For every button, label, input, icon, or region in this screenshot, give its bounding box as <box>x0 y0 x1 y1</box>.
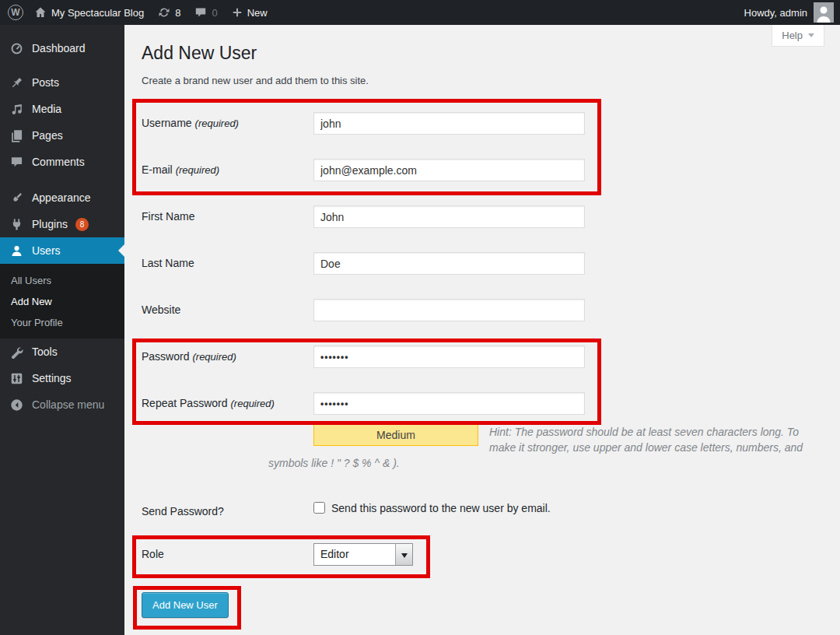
repeat-password-row: Repeat Password(required) <box>142 392 840 415</box>
wrench-icon <box>9 346 24 359</box>
last-name-input[interactable] <box>313 252 585 275</box>
email-row: E-mail(required) <box>142 159 840 181</box>
sidebar-item-label: Pages <box>32 129 63 142</box>
chevron-down-icon <box>808 33 814 40</box>
home-icon <box>34 6 47 19</box>
sidebar-item-plugins[interactable]: Plugins 8 <box>0 211 124 237</box>
sidebar-item-pages[interactable]: Pages <box>0 122 124 149</box>
help-tab[interactable]: Help <box>772 25 824 47</box>
sidebar-item-settings[interactable]: Settings <box>0 365 124 391</box>
select-dropdown-button[interactable] <box>395 544 412 565</box>
howdy-account-link[interactable]: Howdy, admin <box>744 7 807 19</box>
last-name-label: Last Name <box>142 252 313 275</box>
sidebar-item-label: Posts <box>32 76 59 89</box>
website-label: Website <box>142 299 313 321</box>
site-name: My Spectacular Blog <box>51 7 144 19</box>
pages-icon <box>9 129 24 142</box>
settings-sliders-icon <box>9 372 24 385</box>
sidebar-item-label: Comments <box>32 156 85 168</box>
repeat-password-input[interactable] <box>313 392 585 415</box>
user-icon <box>9 244 24 258</box>
website-row: Website <box>142 299 840 321</box>
dropdown-arrow-icon <box>401 553 408 561</box>
pushpin-icon <box>9 76 24 89</box>
avatar[interactable] <box>814 2 834 23</box>
update-count: 8 <box>175 7 180 19</box>
sidebar-item-posts[interactable]: Posts <box>0 69 124 96</box>
submenu-item-all-users[interactable]: All Users <box>0 270 124 291</box>
admin-sidebar: Dashboard Posts Media Pages Comments App… <box>0 25 124 635</box>
sidebar-item-label: Appearance <box>32 191 91 204</box>
main-content: Help Add New User Create a brand new use… <box>124 25 840 635</box>
repeat-password-label: Repeat Password(required) <box>142 392 313 415</box>
add-new-user-button[interactable]: Add New User <box>142 592 229 618</box>
sidebar-item-tools[interactable]: Tools <box>0 339 124 365</box>
help-label: Help <box>782 30 803 41</box>
password-strength-section: Medium Hint: The password should be at l… <box>268 424 803 477</box>
plugins-update-badge: 8 <box>75 218 89 231</box>
last-name-row: Last Name <box>142 252 840 275</box>
first-name-row: First Name <box>142 205 840 228</box>
wordpress-logo-icon <box>8 5 23 20</box>
collapse-menu-label: Collapse menu <box>32 398 104 411</box>
updates-link[interactable]: 8 <box>158 0 180 25</box>
sidebar-item-label: Users <box>32 244 61 257</box>
username-label: Username(required) <box>142 112 313 135</box>
admin-bar: My Spectacular Blog 8 0 New Howdy, admin <box>0 0 840 25</box>
submit-row: Add New User <box>142 592 840 618</box>
first-name-input[interactable] <box>313 205 585 228</box>
users-submenu: All Users Add New Your Profile <box>0 264 124 339</box>
username-input[interactable] <box>313 112 585 135</box>
role-row: Role Editor <box>142 543 840 566</box>
comment-bubble-icon <box>194 6 207 19</box>
dashboard-icon <box>9 42 24 55</box>
new-label: New <box>247 7 268 19</box>
sidebar-item-users[interactable]: Users <box>0 237 124 264</box>
sidebar-item-comments[interactable]: Comments <box>0 149 124 175</box>
password-label: Password(required) <box>142 346 313 368</box>
password-strength-meter: Medium <box>313 424 478 446</box>
sidebar-item-label: Settings <box>32 372 72 384</box>
send-password-label: Send Password? <box>142 500 313 523</box>
role-selected-value: Editor <box>314 544 395 565</box>
send-password-checkbox[interactable] <box>313 502 325 514</box>
send-password-option: Send this password to the new user by em… <box>313 500 551 516</box>
sidebar-item-dashboard[interactable]: Dashboard <box>0 35 124 61</box>
paintbrush-icon <box>9 191 24 205</box>
update-icon <box>158 6 170 19</box>
role-label: Role <box>142 543 313 566</box>
new-content-button[interactable]: New <box>232 0 268 25</box>
role-select[interactable]: Editor <box>313 543 413 566</box>
website-input[interactable] <box>313 299 585 321</box>
submenu-item-your-profile[interactable]: Your Profile <box>0 312 124 333</box>
add-new-user-form: Username(required) E-mail(required) Firs… <box>142 112 840 618</box>
plus-icon <box>232 7 243 18</box>
page-intro: Create a brand new user and add them to … <box>142 75 840 86</box>
sidebar-item-media[interactable]: Media <box>0 96 124 122</box>
send-password-checkbox-label: Send this password to the new user by em… <box>331 500 551 516</box>
password-input[interactable] <box>313 346 585 368</box>
media-icon <box>9 103 24 116</box>
sidebar-item-label: Tools <box>32 346 58 358</box>
comments-icon <box>9 156 24 169</box>
email-label: E-mail(required) <box>142 159 313 181</box>
collapse-menu-button[interactable]: Collapse menu <box>0 391 124 418</box>
wordpress-logo-button[interactable] <box>8 0 23 25</box>
collapse-arrow-icon <box>9 398 24 412</box>
sidebar-item-label: Plugins <box>32 218 68 230</box>
sidebar-item-appearance[interactable]: Appearance <box>0 184 124 211</box>
username-row: Username(required) <box>142 112 840 135</box>
send-password-row: Send Password? Send this password to the… <box>142 500 840 517</box>
plugin-icon <box>9 218 24 231</box>
email-field[interactable] <box>313 159 585 181</box>
page-title: Add New User <box>142 43 840 64</box>
comment-count: 0 <box>212 7 217 19</box>
comments-link[interactable]: 0 <box>194 0 217 25</box>
password-row: Password(required) <box>142 346 840 368</box>
sidebar-item-label: Dashboard <box>32 42 86 54</box>
first-name-label: First Name <box>142 205 313 228</box>
submenu-item-add-new[interactable]: Add New <box>0 291 124 312</box>
sidebar-item-label: Media <box>32 103 61 115</box>
site-name-link[interactable]: My Spectacular Blog <box>34 0 144 25</box>
